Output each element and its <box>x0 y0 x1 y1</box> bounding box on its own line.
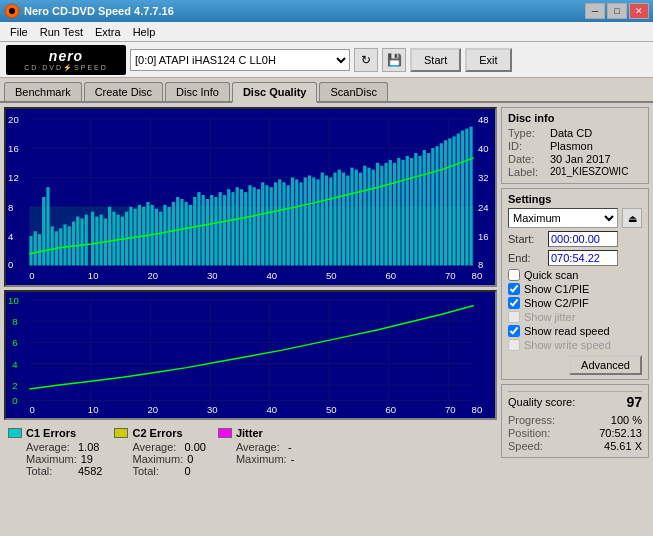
svg-rect-59 <box>214 197 217 265</box>
legend-c1-color <box>8 428 22 438</box>
show-write-speed-checkbox[interactable] <box>508 339 520 351</box>
svg-rect-141 <box>6 292 495 418</box>
tab-create-disc[interactable]: Create Disc <box>84 82 163 101</box>
disc-label-label: Label: <box>508 166 546 178</box>
disc-label-row: Label: 201_KIESZOWIC <box>508 166 642 178</box>
menu-file[interactable]: File <box>4 24 34 40</box>
legend-jitter-max-label: Maximum: <box>236 453 287 465</box>
position-row: Position: 70:52.13 <box>508 427 642 439</box>
show-c2-checkbox[interactable] <box>508 297 520 309</box>
svg-rect-54 <box>193 197 196 265</box>
refresh-button[interactable]: ↻ <box>354 48 378 72</box>
svg-rect-47 <box>163 205 166 266</box>
svg-rect-56 <box>202 195 205 265</box>
svg-rect-69 <box>257 189 260 265</box>
disc-label-value: 201_KIESZOWIC <box>550 166 628 178</box>
exit-button[interactable]: Exit <box>465 48 511 72</box>
svg-rect-30 <box>91 212 94 266</box>
svg-rect-20 <box>46 187 49 265</box>
legend-jitter-avg-label: Average: <box>236 441 284 453</box>
svg-rect-76 <box>287 185 290 265</box>
svg-rect-94 <box>363 166 366 266</box>
menu-extra[interactable]: Extra <box>89 24 127 40</box>
svg-text:20: 20 <box>8 115 19 125</box>
svg-rect-87 <box>333 173 336 266</box>
disc-id-label: ID: <box>508 140 546 152</box>
tab-disc-quality[interactable]: Disc Quality <box>232 82 318 103</box>
maximize-button[interactable]: □ <box>607 3 627 19</box>
legend-c1-total-label: Total: <box>26 465 74 477</box>
settings-section: Settings Maximum ⏏ Start: End: Quick sca… <box>501 188 649 380</box>
svg-rect-115 <box>452 136 455 265</box>
svg-text:80: 80 <box>472 406 483 416</box>
legend-area: C1 Errors Average: 1.08 Maximum: 19 Tota… <box>4 423 497 479</box>
svg-rect-53 <box>189 205 192 266</box>
save-button[interactable]: 💾 <box>382 48 406 72</box>
legend-jitter: Jitter Average: - Maximum: - <box>218 427 294 477</box>
svg-rect-48 <box>168 207 171 266</box>
svg-rect-99 <box>384 163 387 266</box>
start-button[interactable]: Start <box>410 48 461 72</box>
svg-rect-88 <box>338 170 341 266</box>
tab-disc-info[interactable]: Disc Info <box>165 82 230 101</box>
close-button[interactable]: ✕ <box>629 3 649 19</box>
tab-scan-disc[interactable]: ScanDisc <box>319 82 387 101</box>
svg-rect-119 <box>469 127 472 266</box>
legend-c1: C1 Errors Average: 1.08 Maximum: 19 Tota… <box>8 427 102 477</box>
start-time-input[interactable] <box>548 231 618 247</box>
sidebar: Disc info Type: Data CD ID: Plasmon Date… <box>501 107 649 527</box>
legend-jitter-name: Jitter <box>236 427 263 439</box>
quick-scan-checkbox[interactable] <box>508 269 520 281</box>
advanced-button[interactable]: Advanced <box>569 355 642 375</box>
refresh-icon: ↻ <box>361 53 371 67</box>
svg-rect-51 <box>180 199 183 265</box>
legend-c1-max-label: Maximum: <box>26 453 77 465</box>
lower-chart-svg: 10 8 6 4 2 0 0 10 20 30 40 50 60 70 80 <box>6 292 495 418</box>
svg-rect-98 <box>380 166 383 266</box>
show-c1-checkbox[interactable] <box>508 283 520 295</box>
speed-select[interactable]: Maximum <box>508 208 618 228</box>
legend-c1-max-value: 19 <box>81 453 93 465</box>
tab-bar: Benchmark Create Disc Disc Info Disc Qua… <box>0 78 653 103</box>
tab-benchmark[interactable]: Benchmark <box>4 82 82 101</box>
svg-rect-113 <box>444 140 447 265</box>
show-jitter-checkbox[interactable] <box>508 311 520 323</box>
quality-section: Quality score: 97 Progress: 100 % Positi… <box>501 384 649 458</box>
svg-rect-83 <box>316 179 319 265</box>
menu-help[interactable]: Help <box>127 24 162 40</box>
svg-text:20: 20 <box>147 406 158 416</box>
svg-text:0: 0 <box>29 271 34 281</box>
menu-bar: File Run Test Extra Help <box>0 22 653 42</box>
speed-value: 45.61 X <box>604 440 642 452</box>
minimize-button[interactable]: ─ <box>585 3 605 19</box>
show-read-speed-checkbox[interactable] <box>508 325 520 337</box>
show-c1-label: Show C1/PIE <box>524 283 589 295</box>
svg-text:50: 50 <box>326 271 337 281</box>
end-time-input[interactable] <box>548 250 618 266</box>
progress-label: Progress: <box>508 414 555 426</box>
disc-date-value: 30 Jan 2017 <box>550 153 611 165</box>
svg-text:6: 6 <box>12 339 17 349</box>
svg-rect-43 <box>146 202 149 266</box>
menu-run-test[interactable]: Run Test <box>34 24 89 40</box>
eject-button[interactable]: ⏏ <box>622 208 642 228</box>
nero-logo-text: nero <box>49 48 83 64</box>
disc-info-section: Disc info Type: Data CD ID: Plasmon Date… <box>501 107 649 184</box>
svg-rect-81 <box>308 175 311 265</box>
svg-rect-50 <box>176 197 179 265</box>
nero-logo-subtitle: CD·DVD⚡SPEED <box>24 64 108 72</box>
quality-score-label: Quality score: <box>508 396 575 408</box>
svg-text:48: 48 <box>478 115 489 125</box>
svg-text:32: 32 <box>478 174 489 184</box>
show-write-speed-label: Show write speed <box>524 339 611 351</box>
svg-rect-66 <box>244 192 247 265</box>
svg-rect-41 <box>138 205 141 266</box>
drive-select[interactable]: [0:0] ATAPI iHAS124 C LL0H <box>130 49 350 71</box>
legend-jitter-max-value: - <box>291 453 295 465</box>
svg-rect-86 <box>329 177 332 265</box>
disc-date-label: Date: <box>508 153 546 165</box>
svg-rect-27 <box>76 217 79 266</box>
window-title: Nero CD-DVD Speed 4.7.7.16 <box>24 5 174 17</box>
svg-text:24: 24 <box>478 203 489 213</box>
show-c1-row: Show C1/PIE <box>508 283 642 295</box>
